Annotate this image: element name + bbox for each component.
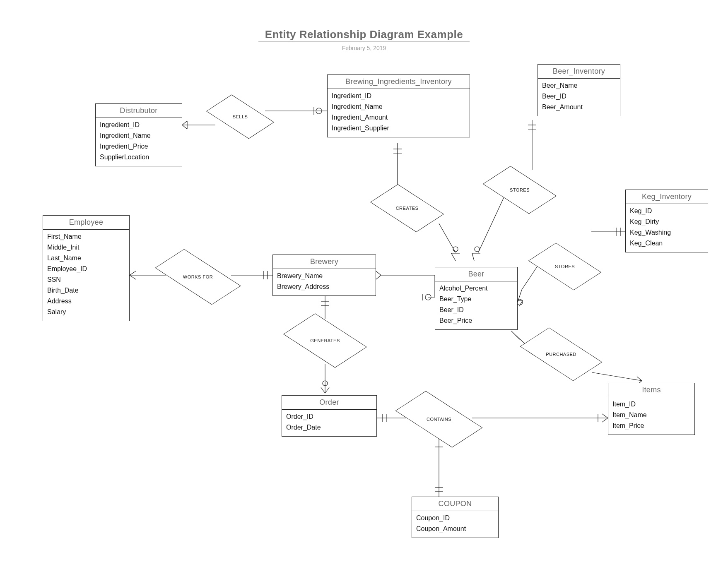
attr: Ingredient_Supplier (332, 123, 465, 134)
svg-point-9 (453, 247, 458, 252)
relationship-contains: CONTAINS (406, 401, 472, 437)
svg-line-13 (478, 195, 505, 252)
entity-header: Keg_Inventory (626, 190, 708, 204)
diagram-canvas: Entity Relationship Diagram Example Febr… (0, 0, 728, 562)
attr: Brewery_Name (277, 271, 371, 281)
svg-point-32 (323, 381, 328, 386)
attr: SSN (47, 274, 125, 285)
entity-brewery: Brewery Brewery_Name Brewery_Address (272, 255, 376, 296)
entity-employee: Employee First_Name Middle_Init Last_Nam… (43, 215, 130, 321)
attr: Keg_ID (630, 206, 704, 216)
attr: Alcohol_Percent (439, 283, 513, 294)
attr: Order_ID (286, 411, 372, 422)
attr: Keg_Washing (630, 227, 704, 238)
attr: Salary (47, 307, 125, 317)
attr: Beer_Name (542, 80, 616, 91)
entity-beer: Beer Alcohol_Percent Beer_Type Beer_ID B… (435, 267, 518, 330)
attr: Ingredient_Name (100, 130, 178, 141)
entity-brewing-ingredients: Brewing_Ingredients_Inventory Ingredient… (327, 74, 470, 137)
attr: Ingredient_ID (332, 91, 465, 101)
attr: Item_Name (612, 410, 690, 420)
entity-header: Employee (43, 216, 129, 230)
entity-header: Brewery (273, 255, 376, 269)
attr: Beer_ID (542, 91, 616, 102)
entity-items: Items Item_ID Item_Name Item_Price (608, 383, 695, 435)
entity-distributor: Distrubutor Ingredient_ID Ingredient_Nam… (95, 103, 182, 166)
attr: Employee_ID (47, 264, 125, 274)
attr: Coupon_ID (416, 513, 494, 524)
entity-coupon: COUPON Coupon_ID Coupon_Amount (412, 497, 499, 538)
relationship-creates: CREATES (380, 192, 434, 224)
entity-keg-inventory: Keg_Inventory Keg_ID Keg_Dirty Keg_Washi… (625, 190, 708, 252)
svg-line-44 (592, 372, 642, 381)
relationship-purchased: PURCHASED (530, 337, 592, 371)
svg-line-43 (511, 331, 520, 339)
relationship-stores-1: STORES (493, 174, 547, 206)
entity-order: Order Order_ID Order_Date (282, 395, 377, 437)
attr: Ingredient_Price (100, 141, 178, 152)
title-underline (258, 41, 470, 42)
attr: Beer_Price (439, 315, 513, 326)
entity-header: Beer_Inventory (538, 65, 620, 79)
attr: Keg_Dirty (630, 216, 704, 227)
svg-line-8 (439, 223, 456, 252)
attr: Item_ID (612, 399, 690, 410)
entity-beer-inventory: Beer_Inventory Beer_Name Beer_ID Beer_Am… (538, 64, 620, 116)
entity-header: Brewing_Ingredients_Inventory (328, 75, 470, 89)
diagram-title: Entity Relationship Diagram Example (265, 28, 463, 41)
entity-header: Items (608, 383, 694, 397)
diagram-date: February 5, 2019 (342, 45, 386, 51)
attr: SupplierLocation (100, 152, 178, 163)
attr: Beer_Amount (542, 102, 616, 113)
attr: Beer_Type (439, 294, 513, 305)
relationship-works-for: WORKS FOR (165, 260, 231, 294)
attr: Keg_Clean (630, 238, 704, 249)
svg-line-18 (522, 265, 538, 290)
attr: Address (47, 296, 125, 307)
relationship-sells: SELLS (215, 102, 265, 132)
attr: Ingredient_Amount (332, 112, 465, 123)
entity-header: Order (282, 396, 376, 410)
attr: Middle_Init (47, 242, 125, 253)
relationship-generates: GENERATES (295, 322, 355, 359)
attr: Beer_ID (439, 305, 513, 315)
attr: Ingredient_ID (100, 120, 178, 130)
attr: Ingredient_Name (332, 101, 465, 112)
svg-point-14 (475, 247, 480, 252)
svg-line-42 (516, 335, 538, 356)
attr: Brewery_Address (277, 281, 371, 292)
attr: Birth_Date (47, 285, 125, 296)
relationship-stores-2: STORES (538, 250, 591, 283)
attr: Last_Name (47, 253, 125, 264)
entity-header: Beer (435, 267, 517, 281)
svg-line-19 (518, 290, 522, 302)
svg-point-26 (425, 294, 431, 300)
attr: Item_Price (612, 420, 690, 431)
entity-header: COUPON (412, 497, 498, 511)
svg-point-20 (517, 299, 523, 305)
attr: First_Name (47, 231, 125, 242)
attr: Coupon_Amount (416, 524, 494, 534)
entity-header: Distrubutor (96, 104, 182, 118)
svg-point-3 (316, 108, 322, 114)
attr: Order_Date (286, 422, 372, 433)
